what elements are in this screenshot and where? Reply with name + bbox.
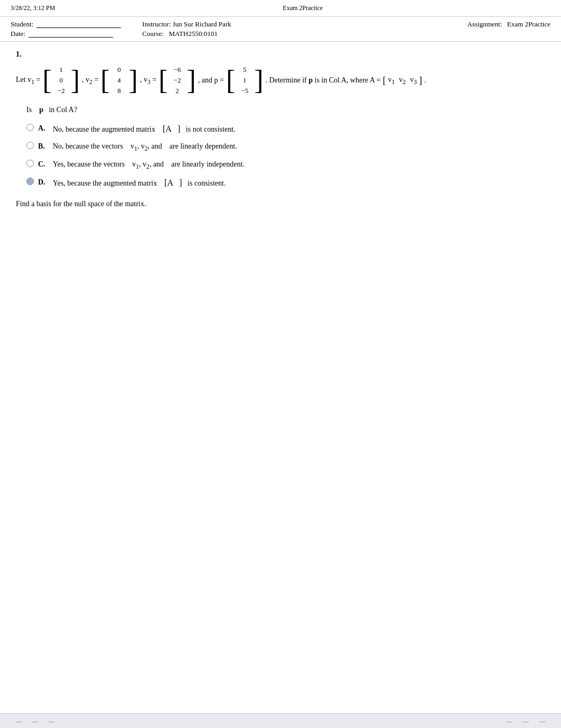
v1-bracket-left: [ bbox=[42, 67, 51, 94]
assignment-name: Exam 2Practice bbox=[507, 20, 550, 28]
option-d[interactable]: D. Yes, because the augmented matrix [A … bbox=[26, 177, 545, 189]
v3-bracket-left: [ bbox=[158, 67, 167, 94]
student-line: Student: bbox=[11, 20, 121, 29]
option-d-radio[interactable] bbox=[26, 178, 34, 185]
v2-row1: 0 bbox=[114, 65, 125, 75]
option-a-bracket: [A ] bbox=[163, 124, 180, 133]
assignment-section: Assignment: Exam 2Practice bbox=[467, 20, 550, 38]
v2-vector: [ 0 4 8 ] bbox=[100, 64, 138, 97]
course-label: Course: bbox=[142, 30, 163, 38]
page-header: 3/28/22, 3:12 PM Exam 2Practice bbox=[0, 0, 561, 17]
p-row3: −5 bbox=[239, 86, 250, 96]
student-section: Student: Date: bbox=[11, 20, 121, 38]
find-basis: Find a basis for the null space of the m… bbox=[16, 200, 545, 208]
v3-col: −6 −2 2 bbox=[169, 64, 186, 97]
course-name: MATH2550:0101 bbox=[169, 30, 218, 38]
v2-row2: 4 bbox=[114, 76, 125, 85]
v3-row3: 2 bbox=[172, 86, 183, 96]
info-bar: Student: Date: Instructor: Jun Sur Richa… bbox=[0, 17, 561, 42]
option-a-radio[interactable] bbox=[26, 124, 34, 131]
footer-left: — — — bbox=[16, 718, 54, 724]
instructor-name: Jun Sur Richard Park bbox=[173, 20, 231, 28]
option-b-text: No, because the vectors v1, v2, and are … bbox=[53, 141, 237, 153]
v1-vector: [ 1 0 −2 ] bbox=[42, 64, 80, 97]
let-line: Let v1 = [ 1 0 −2 ] , v2 = [ 0 4 8 bbox=[16, 64, 545, 97]
v2-bracket-left: [ bbox=[100, 67, 109, 94]
a-bracket-open: [ bbox=[383, 73, 386, 88]
option-c[interactable]: C. Yes, because the vectors v1, v2, and … bbox=[26, 159, 545, 171]
v3-bracket-right: ] bbox=[187, 67, 196, 94]
period: . bbox=[424, 75, 426, 86]
option-c-radio[interactable] bbox=[26, 160, 34, 167]
v2-bracket-right: ] bbox=[129, 67, 138, 94]
v3-row1: −6 bbox=[172, 65, 183, 75]
a-v3: v3 bbox=[410, 74, 417, 87]
footer-item-4: — bbox=[507, 718, 512, 724]
footer-item-2: — bbox=[32, 718, 38, 724]
p-bracket-left: [ bbox=[226, 67, 235, 94]
page-title: Exam 2Practice bbox=[283, 4, 323, 12]
p-vector: [ 5 1 −5 ] bbox=[226, 64, 264, 97]
a-v2: v2 bbox=[399, 74, 406, 87]
options-list: A. No, because the augmented matrix [A ]… bbox=[26, 123, 545, 190]
option-a-label: A. bbox=[38, 123, 49, 134]
option-c-label: C. bbox=[38, 159, 49, 170]
footer-item-1: — bbox=[16, 718, 22, 724]
determine-text: . Determine if p is in Col A, where A = bbox=[266, 75, 381, 86]
find-basis-text: Find a basis for the null space of the m… bbox=[16, 200, 146, 208]
date-label: Date: bbox=[11, 30, 25, 38]
v3-vector: [ −6 −2 2 ] bbox=[158, 64, 196, 97]
v1-col: 1 0 −2 bbox=[53, 64, 70, 97]
is-text: Is p in Col A? bbox=[26, 106, 77, 114]
main-content: 1. Let v1 = [ 1 0 −2 ] , v2 = [ 0 bbox=[0, 42, 561, 217]
assignment-label: Assignment: bbox=[467, 20, 502, 28]
option-d-bracket: [A ] bbox=[164, 178, 182, 187]
v1-bracket-right: ] bbox=[71, 67, 80, 94]
option-a-text: No, because the augmented matrix [A ] is… bbox=[53, 123, 236, 135]
v2-col: 0 4 8 bbox=[111, 64, 128, 97]
course-line: Course: MATH2550:0101 bbox=[142, 30, 231, 38]
let-text: Let v1 = bbox=[16, 74, 40, 87]
question-number: 1. bbox=[16, 50, 545, 59]
p-bracket-right: ] bbox=[254, 67, 263, 94]
footer-bar: — — — — — — bbox=[0, 713, 561, 728]
comma2: , v3 = bbox=[140, 74, 156, 87]
footer-item-6: — bbox=[539, 718, 545, 724]
p-col: 5 1 −5 bbox=[236, 64, 253, 97]
option-d-text: Yes, because the augmented matrix [A ] i… bbox=[53, 177, 226, 189]
a-v1: v1 bbox=[388, 74, 395, 87]
option-c-text: Yes, because the vectors v1, v2, and are… bbox=[53, 159, 245, 171]
v2-row3: 8 bbox=[114, 86, 125, 96]
footer-item-5: — bbox=[523, 718, 529, 724]
option-d-label: D. bbox=[38, 177, 49, 188]
option-b-label: B. bbox=[38, 141, 49, 152]
p-row1: 5 bbox=[239, 65, 250, 75]
v3-row2: −2 bbox=[172, 76, 183, 85]
p-row2: 1 bbox=[239, 76, 250, 85]
option-a[interactable]: A. No, because the augmented matrix [A ]… bbox=[26, 123, 545, 135]
v1-row2: 0 bbox=[56, 76, 67, 85]
student-label: Student: bbox=[11, 20, 33, 29]
v1-row1: 1 bbox=[56, 65, 67, 75]
option-b[interactable]: B. No, because the vectors v1, v2, and a… bbox=[26, 141, 545, 153]
and-p: , and p = bbox=[198, 75, 224, 86]
student-name-field[interactable] bbox=[36, 21, 121, 28]
instructor-line: Instructor: Jun Sur Richard Park bbox=[142, 20, 231, 29]
footer-item-3: — bbox=[49, 718, 54, 724]
instructor-section: Instructor: Jun Sur Richard Park Course:… bbox=[142, 20, 231, 38]
v1-row3: −2 bbox=[56, 86, 67, 96]
footer-right: — — — bbox=[507, 718, 545, 724]
comma1: , v2 = bbox=[82, 74, 98, 87]
is-col-question: Is p in Col A? bbox=[26, 106, 545, 114]
assignment-line: Assignment: Exam 2Practice bbox=[467, 20, 550, 29]
date-line: Date: bbox=[11, 30, 121, 38]
problem-statement: Let v1 = [ 1 0 −2 ] , v2 = [ 0 4 8 bbox=[16, 64, 545, 97]
timestamp: 3/28/22, 3:12 PM bbox=[11, 4, 55, 12]
date-field[interactable] bbox=[29, 30, 113, 38]
a-bracket-close: ] bbox=[419, 73, 422, 88]
instructor-label: Instructor: bbox=[142, 20, 171, 28]
option-b-radio[interactable] bbox=[26, 142, 34, 149]
